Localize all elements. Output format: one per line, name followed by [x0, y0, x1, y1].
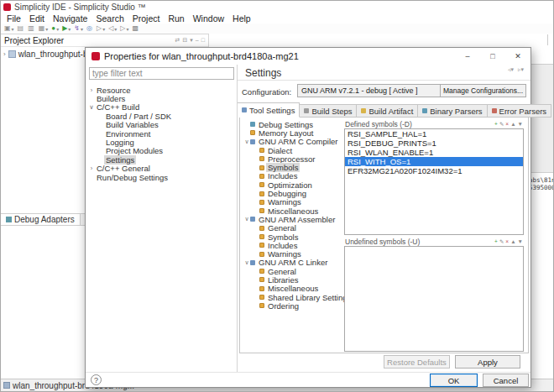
tool-tree-item[interactable]: Miscellaneous — [242, 206, 342, 215]
delete-symbol-icon[interactable]: × — [505, 121, 509, 128]
back-icon[interactable]: ◁▾ — [108, 24, 117, 33]
tab-build-artifact[interactable]: Build Artifact — [357, 104, 418, 118]
symbol-entry[interactable]: RSI_WITH_OS=1 — [345, 157, 523, 166]
history-forward-icon[interactable]: ▹▾ — [518, 66, 524, 73]
minimize-view-icon[interactable]: – — [196, 37, 199, 44]
nav-board-part-sdk[interactable]: Board / Part / SDK — [86, 112, 236, 120]
tool-item-icon — [259, 277, 264, 282]
tool-tree-item[interactable]: Dialect — [242, 146, 342, 154]
view-menu-icon[interactable]: ▾ — [190, 37, 193, 44]
tab-tool-settings[interactable]: Tool Settings — [238, 102, 300, 118]
tool-tree-item[interactable]: Libraries — [242, 275, 342, 284]
tool-tree-item[interactable]: Warnings — [242, 198, 342, 206]
defined-symbols-list[interactable]: RSI_SAMPLE_HAL=1RSI_DEBUG_PRINTS=1RSI_WL… — [344, 128, 524, 235]
debug-icon[interactable]: ●▾ — [51, 24, 59, 33]
tab-error-parsers[interactable]: Error Parsers — [488, 104, 551, 118]
tool-tree-item[interactable]: Includes — [242, 172, 342, 180]
manage-configurations-button[interactable]: Manage Configurations... — [440, 84, 526, 97]
maximize-view-icon[interactable]: □ — [201, 37, 205, 44]
nav-project-modules[interactable]: Project Modules — [86, 147, 236, 155]
menu-search[interactable]: Search — [91, 13, 128, 24]
tool-tree-item[interactable]: Symbols — [242, 233, 342, 241]
symbol-entry[interactable]: RSI_DEBUG_PRINTS=1 — [345, 139, 523, 148]
filter-input[interactable] — [89, 67, 234, 80]
tool-tree-item[interactable]: Debugging — [242, 189, 342, 197]
build-icon[interactable]: ▦▾ — [39, 24, 49, 33]
menu-project[interactable]: Project — [128, 13, 165, 24]
nav-cpp-general[interactable]: › C/C++ General — [86, 165, 236, 173]
tab-debug-adapters[interactable]: Debug Adapters — [1, 214, 81, 225]
tool-tree-item[interactable]: General — [242, 267, 342, 275]
menu-window[interactable]: Window — [189, 13, 228, 24]
cancel-button[interactable]: Cancel — [483, 374, 529, 387]
menu-file[interactable]: File — [3, 13, 25, 24]
expand-arrow-icon[interactable]: › — [3, 50, 6, 58]
dialog-minimize-button[interactable]: – — [455, 48, 480, 65]
tool-tree-item[interactable]: Preprocessor — [242, 154, 342, 163]
external-tools-icon[interactable]: ▷▾ — [97, 24, 105, 33]
menu-help[interactable]: Help — [228, 13, 255, 24]
tool-tree-item[interactable]: Shared Library Settings — [242, 293, 342, 301]
move-up-icon[interactable]: ▲ — [510, 121, 515, 128]
nav-logging[interactable]: Logging — [86, 138, 236, 146]
tool-tree-item[interactable]: Includes — [242, 241, 342, 249]
add-symbol-icon[interactable]: + — [494, 238, 498, 245]
tool-tree-item[interactable]: ∨ GNU ARM Assembler — [242, 215, 342, 223]
new-wizard-icon[interactable]: ▣▾ — [4, 24, 14, 33]
collapse-all-icon[interactable]: ⊟ — [182, 37, 187, 44]
flash-icon[interactable]: ↯▾ — [74, 24, 83, 33]
open-perspective-icon[interactable]: ▩ — [133, 24, 140, 33]
tool-tree-item[interactable]: Memory Layout — [242, 128, 342, 137]
move-down-icon[interactable]: ▼ — [518, 238, 523, 245]
move-down-icon[interactable]: ▼ — [518, 121, 523, 128]
nav-settings[interactable]: Settings — [86, 155, 236, 164]
run-icon[interactable]: ▶▾ — [62, 24, 71, 33]
symbol-entry[interactable]: EFR32MG21A020F1024IM32=1 — [345, 166, 523, 175]
ok-button[interactable]: OK — [430, 374, 478, 387]
tool-tree-item[interactable]: Symbols — [242, 163, 342, 171]
save-all-icon[interactable]: ▥ — [28, 24, 35, 33]
symbol-entry[interactable]: RSI_WLAN_ENABLE=1 — [345, 148, 523, 157]
save-icon[interactable]: ▤ — [18, 24, 25, 33]
add-symbol-icon[interactable]: + — [494, 121, 498, 128]
tool-tree-item[interactable]: Debug Settings — [242, 120, 342, 128]
forward-icon[interactable]: ▷▾ — [120, 24, 128, 33]
nav-resource[interactable]: › Resource — [86, 86, 236, 94]
tool-tree-item[interactable]: Optimization — [242, 180, 342, 189]
nav-environment[interactable]: Environment — [86, 129, 236, 138]
tab-binary-parsers[interactable]: Binary Parsers — [418, 104, 487, 118]
tool-tree-item[interactable]: Miscellaneous — [242, 285, 342, 293]
help-button[interactable]: ? — [91, 374, 102, 385]
undefined-symbols-list[interactable] — [344, 246, 524, 352]
tool-tree-item[interactable]: General — [242, 224, 342, 233]
nav-run-debug-settings[interactable]: Run/Debug Settings — [86, 173, 236, 181]
edit-symbol-icon[interactable]: ✎ — [499, 238, 504, 245]
edit-symbol-icon[interactable]: ✎ — [499, 121, 504, 128]
tool-item-icon — [250, 139, 255, 144]
tool-tree-item[interactable]: Ordering — [242, 301, 342, 310]
tool-item-icon — [259, 174, 264, 179]
page-title: Settings — [245, 67, 281, 79]
configuration-select[interactable]: GNU ARM v7.2.1 - debug [ Active ] ∨ — [297, 84, 462, 97]
tab-build-steps[interactable]: Build Steps — [300, 104, 357, 118]
dialog-maximize-button[interactable]: □ — [480, 48, 505, 65]
tool-tree-item[interactable]: ∨ GNU ARM C Compiler — [242, 138, 342, 146]
menu-run[interactable]: Run — [164, 13, 188, 24]
move-up-icon[interactable]: ▲ — [510, 238, 515, 245]
dialog-close-button[interactable]: ✕ — [505, 48, 530, 65]
history-back-icon[interactable]: ◃▾ — [508, 66, 514, 73]
search-icon[interactable]: ◎ — [86, 24, 93, 33]
tool-item-icon — [250, 217, 255, 222]
symbol-entry[interactable]: RSI_SAMPLE_HAL=1 — [345, 129, 523, 139]
menu-navigate[interactable]: Navigate — [49, 13, 91, 24]
menu-edit[interactable]: Edit — [25, 13, 49, 24]
tool-tree-item[interactable]: ∨ GNU ARM C Linker — [242, 259, 342, 267]
delete-symbol-icon[interactable]: × — [505, 238, 509, 245]
apply-button[interactable]: Apply — [455, 355, 520, 368]
tool-tree-item[interactable]: Warnings — [242, 249, 342, 258]
link-editor-icon[interactable]: ⇄ — [175, 37, 180, 44]
nav-cpp-build[interactable]: ∨ C/C++ Build — [86, 103, 236, 112]
nav-build-variables[interactable]: Build Variables — [86, 121, 236, 129]
nav-builders[interactable]: Builders — [86, 94, 236, 102]
tab-project-explorer[interactable]: Project Explorer — [4, 36, 64, 45]
